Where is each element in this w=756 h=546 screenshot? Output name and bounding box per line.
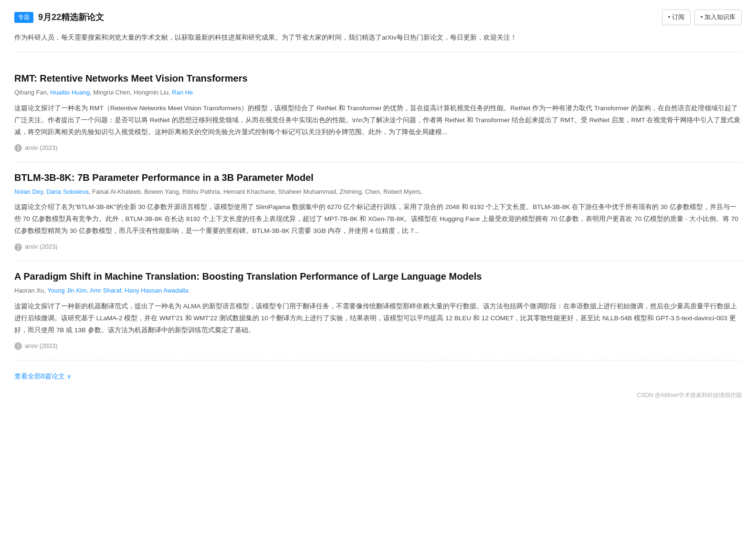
source-label: arxiv (2023) [25,341,58,351]
article-authors: Haoran Xu, Young Jin Kim, Amr Sharaf, Ha… [14,286,742,296]
topic-badge: 专题 [14,12,33,23]
author-link[interactable]: Daria Soboleva [46,188,89,195]
article-title: A Paradigm Shift in Machine Translation:… [14,270,742,283]
author-link[interactable]: Amr Sharaf [90,287,121,294]
author-link[interactable]: Hany Hassan Awadalla [125,287,188,294]
article-item: A Paradigm Shift in Machine Translation:… [14,261,742,360]
add-knowledge-button[interactable]: • 加入知识库 [694,10,742,25]
header-row: 专题 9月22精选新论文 • 订阅 • 加入知识库 [14,10,742,25]
header-right: • 订阅 • 加入知识库 [662,10,742,25]
globe-icon [14,243,22,251]
article-item: BTLM-3B-8K: 7B Parameter Performance in … [14,162,742,262]
article-source: arxiv (2023) [14,143,742,153]
chevron-down-icon: ∨ [67,373,72,380]
article-source: arxiv (2023) [14,341,742,351]
source-label: arxiv (2023) [25,143,58,153]
article-abstract: 这篇论文探讨了一种新的机器翻译范式，提出了一种名为 ALMA 的新型语言模型，该… [14,301,742,336]
globe-icon [14,342,22,350]
footer-credit: CSDN @AMiner学术搜索和科技情报挖掘 [14,391,742,400]
article-item: RMT: Retentive Networks Meet Vision Tran… [14,63,742,162]
article-authors: Qihang Fan, Huaibo Huang, Mingrui Chen, … [14,88,742,98]
globe-icon [14,144,22,152]
source-label: arxiv (2023) [25,242,58,252]
page-container: 专题 9月22精选新论文 • 订阅 • 加入知识库 作为科研人员，每天需要搜索和… [0,0,756,546]
article-title: RMT: Retentive Networks Meet Vision Tran… [14,72,742,85]
article-title: BTLM-3B-8K: 7B Parameter Performance in … [14,171,742,184]
article-authors: Nolan Dey, Daria Soboleva, Faisal Al-Kha… [14,187,742,197]
article-source: arxiv (2023) [14,242,742,252]
article-abstract: 这篇论文介绍了名为"BTLM-3B-8K"的全新 30 亿参数开源语言模型，该模… [14,201,742,237]
author-link[interactable]: Ran He [172,89,193,96]
article-abstract: 这篇论文探讨了一种名为 RMT（Retentive Networks Meet … [14,103,742,138]
subscribe-button[interactable]: • 订阅 [662,10,691,25]
page-title: 9月22精选新论文 [38,10,104,24]
author-link[interactable]: Nolan Dey [14,188,43,195]
intro-text: 作为科研人员，每天需要搜索和浏览大量的学术文献，以获取最新的科技进展和研究成果。… [14,32,742,52]
author-link[interactable]: Huaibo Huang [50,89,90,96]
header-left: 专题 9月22精选新论文 [14,10,104,24]
view-all-link[interactable]: 查看全部8篇论文 ∨ [14,371,72,382]
view-all-row: 查看全部8篇论文 ∨ [14,371,742,382]
author-link[interactable]: Young Jin Kim [47,287,87,294]
